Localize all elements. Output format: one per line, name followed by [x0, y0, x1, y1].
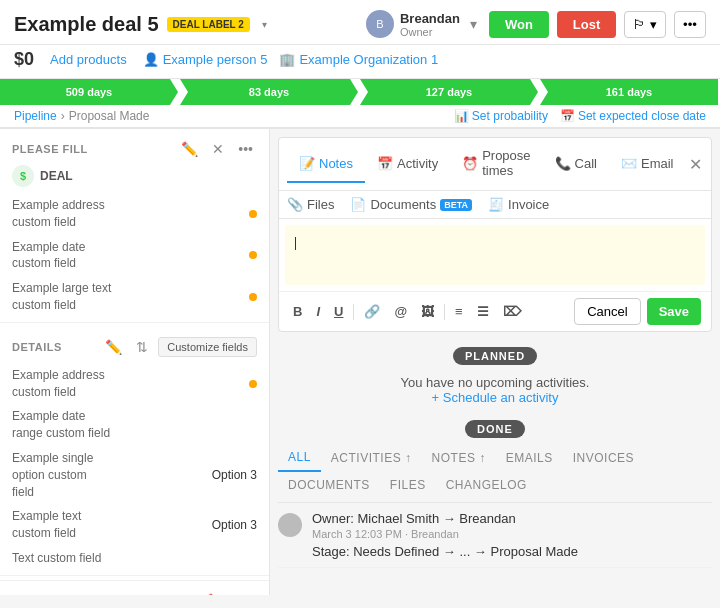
- add-products-link[interactable]: Add products: [50, 52, 127, 67]
- field-largetext-label: Example large textcustom field: [12, 280, 111, 314]
- toolbar-link[interactable]: 🔗: [360, 302, 384, 321]
- feed-tab-activities[interactable]: ACTIVITIES ↑: [321, 445, 422, 471]
- tab-propose-times[interactable]: ⏰ Propose times: [450, 138, 542, 190]
- invoice-icon: 🧾: [488, 197, 504, 212]
- tab-notes[interactable]: 📝 Notes: [287, 146, 365, 183]
- activity-title: Owner: Michael Smith → Breandan: [312, 511, 712, 526]
- field-singleoption-details: Example singleoption customfield Option …: [0, 446, 269, 504]
- call-tab-label: Call: [575, 156, 597, 171]
- revenue-edit-icon[interactable]: ✏️: [203, 591, 228, 595]
- feed-tab-emails[interactable]: EMAILS: [496, 445, 563, 471]
- feed-tab-invoices[interactable]: INVOICES: [563, 445, 644, 471]
- feed-tab-files[interactable]: FILES: [380, 472, 436, 498]
- toolbar-underline[interactable]: U: [330, 302, 347, 321]
- notes-panel: 📝 Notes 📅 Activity ⏰ Propose times 📞 Cal…: [278, 137, 712, 332]
- activity-tab-label: Activity: [397, 156, 438, 171]
- details-header: DETAILS ✏️ ⇅ Customize fields: [0, 327, 269, 363]
- field-date-fill: Example datecustom field: [0, 235, 269, 277]
- notes-icon: 📝: [299, 156, 315, 171]
- user-info: Breandan Owner: [400, 11, 460, 38]
- deal-icon: $: [12, 165, 34, 187]
- feed-tab-documents[interactable]: DOCUMENTS: [278, 472, 380, 498]
- customize-fields-btn[interactable]: Customize fields: [158, 337, 257, 357]
- user-dropdown[interactable]: ▾: [466, 14, 481, 34]
- pipeline-meta: Pipeline › Proposal Made 📊 Set probabili…: [0, 105, 720, 128]
- avatar: B: [366, 10, 394, 38]
- toolbar-mention[interactable]: @: [390, 302, 411, 321]
- field-dot-2: [249, 251, 257, 259]
- toolbar-list-ol[interactable]: ☰: [473, 302, 493, 321]
- planned-badge: PLANNED: [278, 348, 712, 363]
- set-expected-close-link[interactable]: 📅 Set expected close date: [560, 109, 706, 123]
- sub-tab-files[interactable]: 📎 Files: [287, 197, 334, 212]
- details-singleoption-value: Option 3: [212, 468, 257, 482]
- stage-1[interactable]: 509 days: [0, 79, 178, 105]
- field-textcustom-details: Text custom field: [0, 546, 269, 571]
- details-title: DETAILS: [12, 341, 62, 353]
- toolbar-sep-1: [353, 304, 354, 320]
- documents-icon: 📄: [350, 197, 366, 212]
- please-fill-header: PLEASE FILL ✏️ ✕ •••: [0, 129, 269, 165]
- tab-activity[interactable]: 📅 Activity: [365, 146, 450, 183]
- more-icon[interactable]: •••: [234, 139, 257, 159]
- set-probability-link[interactable]: 📊 Set probability: [454, 109, 548, 123]
- done-badge: DONE: [278, 421, 712, 436]
- details-textcustom-label: Text custom field: [12, 550, 101, 567]
- deal-title: Example deal 5: [14, 13, 159, 36]
- edit-icon[interactable]: ✏️: [177, 139, 202, 159]
- schedule-link[interactable]: + Schedule an activity: [432, 390, 559, 405]
- toolbar-clear[interactable]: ⌦: [499, 302, 525, 321]
- user-name: Breandan: [400, 11, 460, 26]
- feed-tab-notes[interactable]: NOTES ↑: [422, 445, 496, 471]
- stage-3[interactable]: 127 days: [360, 79, 538, 105]
- field-dot-3: [249, 293, 257, 301]
- activity-avatar: [278, 513, 302, 537]
- stage-4[interactable]: 161 days: [540, 79, 718, 105]
- sub-tab-invoice[interactable]: 🧾 Invoice: [488, 197, 549, 212]
- field-address-fill: Example addresscustom field: [0, 193, 269, 235]
- field-dot-4: [249, 380, 257, 388]
- cancel-button[interactable]: Cancel: [574, 298, 640, 325]
- sub-tab-documents[interactable]: 📄 Documents BETA: [350, 197, 472, 212]
- more-button[interactable]: •••: [674, 11, 706, 38]
- details-sort-icon[interactable]: ⇅: [132, 337, 152, 357]
- notes-close-button[interactable]: ✕: [685, 151, 706, 178]
- left-panel: PLEASE FILL ✏️ ✕ ••• $ DEAL Example addr…: [0, 129, 270, 595]
- feed-tab-changelog[interactable]: CHANGELOG: [436, 472, 537, 498]
- field-daterange-details: Example daterange custom field: [0, 404, 269, 446]
- details-text-value: Option 3: [212, 518, 257, 532]
- toolbar-italic[interactable]: I: [312, 302, 324, 321]
- org-name[interactable]: Example Organization 1: [299, 52, 438, 67]
- toolbar-image[interactable]: 🖼: [417, 302, 438, 321]
- toolbar-list-ul[interactable]: ≡: [451, 302, 467, 321]
- won-button[interactable]: Won: [489, 11, 549, 38]
- deal-section-label: DEAL: [40, 169, 73, 183]
- lost-button[interactable]: Lost: [557, 11, 616, 38]
- header-right: B Breandan Owner ▾ Won Lost 🏳 ▾ •••: [366, 10, 706, 38]
- save-button[interactable]: Save: [647, 298, 701, 325]
- note-editor[interactable]: [285, 225, 705, 285]
- email-icon: ✉️: [621, 156, 637, 171]
- person-name[interactable]: Example person 5: [163, 52, 268, 67]
- tab-call[interactable]: 📞 Call: [543, 146, 609, 183]
- deal-label-dropdown[interactable]: ▾: [258, 17, 271, 32]
- activity-icon: 📅: [377, 156, 393, 171]
- editor-toolbar: B I U 🔗 @ 🖼 ≡ ☰ ⌦ Cancel Save: [279, 291, 711, 331]
- stage-2[interactable]: 83 days: [180, 79, 358, 105]
- close-icon[interactable]: ✕: [208, 139, 228, 159]
- please-fill-actions: ✏️ ✕ •••: [177, 139, 257, 159]
- tab-email[interactable]: ✉️ Email: [609, 146, 686, 183]
- call-icon: 📞: [555, 156, 571, 171]
- done-label: DONE: [465, 420, 525, 438]
- revenue-more-icon[interactable]: •••: [234, 591, 257, 595]
- stage-4-label: 161 days: [606, 86, 652, 98]
- details-edit-icon[interactable]: ✏️: [101, 337, 126, 357]
- header: Example deal 5 DEAL LABEL 2 ▾ B Breandan…: [0, 0, 720, 45]
- feed-tab-all[interactable]: ALL: [278, 444, 321, 472]
- toolbar-bold[interactable]: B: [289, 302, 306, 321]
- pipeline-actions: 📊 Set probability 📅 Set expected close d…: [454, 109, 706, 123]
- editor-actions: Cancel Save: [574, 298, 701, 325]
- main-content: PLEASE FILL ✏️ ✕ ••• $ DEAL Example addr…: [0, 129, 720, 595]
- flag-button[interactable]: 🏳 ▾: [624, 11, 666, 38]
- breadcrumb-pipeline[interactable]: Pipeline: [14, 109, 57, 123]
